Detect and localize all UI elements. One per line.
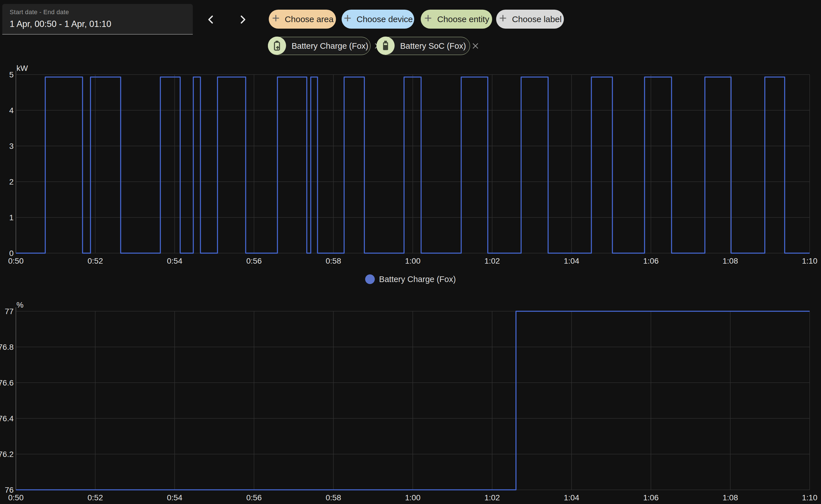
svg-text:1:08: 1:08	[723, 493, 738, 502]
plus-icon	[343, 14, 352, 25]
svg-text:76.2: 76.2	[0, 450, 14, 459]
plus-icon	[498, 14, 507, 25]
svg-text:1:04: 1:04	[564, 493, 579, 502]
choose-area-label: Choose area	[285, 14, 334, 24]
legend-dot	[365, 274, 375, 284]
svg-text:0:50: 0:50	[8, 257, 24, 265]
svg-text:0:54: 0:54	[167, 493, 183, 502]
svg-text:%: %	[16, 300, 24, 309]
svg-text:76.4: 76.4	[0, 414, 14, 423]
svg-text:kW: kW	[16, 64, 28, 73]
svg-text:1:00: 1:00	[405, 493, 421, 502]
chevron-right-icon	[237, 14, 248, 26]
svg-text:0:52: 0:52	[88, 493, 103, 502]
choose-device-chip[interactable]: Choose device	[342, 10, 414, 29]
svg-text:1:00: 1:00	[405, 257, 421, 265]
chevron-left-icon	[206, 14, 216, 26]
svg-text:76.8: 76.8	[0, 343, 14, 351]
plus-icon	[424, 14, 433, 25]
svg-text:0:58: 0:58	[326, 493, 341, 502]
choose-entity-chip[interactable]: Choose entity	[421, 10, 492, 29]
svg-text:0:58: 0:58	[326, 257, 341, 265]
svg-text:1:06: 1:06	[643, 493, 659, 502]
svg-text:77: 77	[5, 307, 14, 316]
svg-text:1:10: 1:10	[802, 493, 818, 502]
entity-chip-battery-soc[interactable]: Battery SoC (Fox)	[376, 37, 470, 55]
choose-label-label: Choose label	[512, 14, 562, 24]
svg-text:76.6: 76.6	[0, 378, 14, 387]
plus-icon	[271, 14, 280, 25]
svg-text:1:08: 1:08	[723, 257, 738, 265]
date-range-field[interactable]: Start date - End date 1 Apr, 00:50 - 1 A…	[2, 4, 193, 35]
choose-entity-label: Choose entity	[437, 14, 489, 24]
choose-area-chip[interactable]: Choose area	[269, 10, 336, 29]
svg-text:0:56: 0:56	[246, 257, 262, 265]
svg-text:0:54: 0:54	[167, 257, 183, 265]
svg-text:5: 5	[9, 70, 14, 79]
svg-text:1:06: 1:06	[643, 257, 659, 265]
next-period-button[interactable]	[234, 11, 252, 29]
battery-charge-chart[interactable]: 0123450:500:520:540:560:581:001:021:041:…	[0, 58, 821, 269]
chart-legend[interactable]: Battery Charge (Fox)	[0, 272, 821, 286]
svg-text:1:02: 1:02	[484, 257, 500, 265]
svg-text:4: 4	[9, 106, 14, 115]
svg-text:1:04: 1:04	[564, 257, 579, 265]
date-range-label: Start date - End date	[10, 9, 193, 16]
battery-soc-chart[interactable]: 7676.276.476.676.8770:500:520:540:560:58…	[0, 295, 821, 504]
svg-text:0:56: 0:56	[246, 493, 262, 502]
svg-text:2: 2	[9, 177, 14, 186]
prev-period-button[interactable]	[202, 11, 220, 29]
svg-text:1:10: 1:10	[802, 257, 818, 265]
entity-chip-label: Battery Charge (Fox)	[292, 41, 369, 51]
entity-chip-battery-charge[interactable]: Battery Charge (Fox)	[268, 37, 371, 55]
svg-text:1: 1	[9, 213, 14, 222]
svg-text:3: 3	[9, 142, 14, 151]
date-range-value: 1 Apr, 00:50 - 1 Apr, 01:10	[10, 19, 193, 29]
close-icon[interactable]	[471, 42, 480, 50]
legend-label: Battery Charge (Fox)	[379, 275, 456, 284]
battery-icon	[376, 37, 395, 55]
choose-device-label: Choose device	[357, 14, 413, 24]
choose-label-chip[interactable]: Choose label	[496, 10, 564, 29]
battery-charging-icon	[268, 37, 286, 55]
svg-text:0:52: 0:52	[88, 257, 103, 265]
svg-text:0:50: 0:50	[8, 493, 24, 502]
svg-text:1:02: 1:02	[484, 493, 500, 502]
entity-chip-label: Battery SoC (Fox)	[400, 41, 466, 51]
